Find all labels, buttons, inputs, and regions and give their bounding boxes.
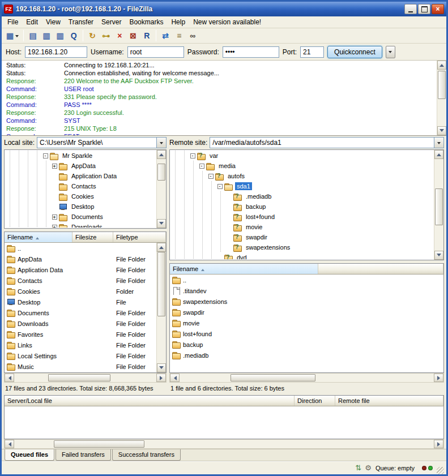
expand-toggle[interactable]: - [207, 171, 215, 181]
file-row-cookies[interactable]: CookiesFolder [5, 286, 156, 297]
tree-item-desktop[interactable]: Desktop [5, 201, 156, 212]
local-tree-scrollbar[interactable] [156, 150, 166, 228]
cancel-button[interactable]: × [113, 29, 126, 42]
tab-failed-transfers[interactable]: Failed transfers [56, 449, 111, 461]
scroll-left-button[interactable] [5, 440, 14, 448]
scroll-up-button[interactable] [437, 61, 446, 70]
tree-item-appdata[interactable]: +AppData [5, 161, 156, 171]
menu-help[interactable]: Help [167, 17, 189, 27]
tree-item-sda1[interactable]: -sda1 [170, 181, 434, 191]
file-row-mediadb[interactable]: .mediadb [170, 350, 443, 361]
scrollbar-track[interactable] [434, 159, 443, 251]
menu-edit[interactable]: Edit [22, 17, 42, 27]
synchronized-browsing-button[interactable]: ⇄ [159, 29, 172, 42]
tree-item-contacts[interactable]: Contacts [5, 181, 156, 191]
combo-dropdown-button[interactable] [156, 138, 166, 148]
local-list-scrollbar[interactable] [156, 243, 166, 372]
file-row-movie[interactable]: movie [170, 318, 443, 328]
scroll-left-button[interactable] [170, 374, 180, 382]
menu-file[interactable]: File [3, 17, 22, 27]
message-log-scrollbar[interactable] [437, 61, 446, 135]
disconnect-button[interactable]: ⊠ [127, 29, 139, 42]
scrollbar-track[interactable] [14, 374, 156, 382]
file-row-titandev[interactable]: .titandev [170, 285, 443, 296]
expand-toggle[interactable]: - [216, 181, 224, 191]
tree-item-swapextensions[interactable]: ?swapextensions [170, 242, 434, 252]
quickconnect-dropdown-button[interactable] [386, 46, 395, 58]
column-header-filetype[interactable]: Filetype [113, 232, 166, 242]
remote-tree-scrollbar[interactable] [434, 150, 443, 260]
scrollbar-thumb[interactable] [54, 440, 144, 448]
file-row-links[interactable]: LinksFile Folder [5, 340, 156, 350]
tree-item-autofs[interactable]: -?autofs [170, 171, 434, 181]
key-button[interactable]: ⊶ [100, 29, 112, 42]
tree-item-mr-sparkle[interactable]: -Mr Sparkle [5, 151, 156, 161]
tree-item-downloads[interactable]: +Downloads [5, 222, 156, 228]
expand-toggle[interactable]: + [50, 161, 58, 171]
scrollbar-track[interactable] [14, 440, 434, 448]
directory-comparison-button[interactable]: ≡ [173, 29, 185, 42]
file-row-desktop[interactable]: DesktopFile [5, 297, 156, 307]
scrollbar-thumb[interactable] [157, 164, 165, 181]
menu-bookmarks[interactable]: Bookmarks [125, 17, 167, 27]
file-row-item[interactable]: .. [5, 243, 156, 254]
expand-toggle[interactable]: - [189, 151, 197, 161]
title-bar[interactable]: FZ 192.168.1.20 - root@192.168.1.20 - Fi… [2, 2, 446, 16]
tab-queued-files[interactable]: Queued files [5, 449, 54, 461]
column-header-spacer[interactable] [318, 264, 443, 274]
menu-new-version-available[interactable]: New version available! [189, 17, 265, 27]
tab-successful-transfers[interactable]: Successful transfers [112, 449, 181, 461]
tree-item-var[interactable]: -?var [170, 151, 434, 161]
remote-site-combobox[interactable]: /var/media/autofs/sda1 [210, 137, 444, 148]
tree-item-lost-found[interactable]: ?lost+found [170, 212, 434, 222]
scrollbar-thumb[interactable] [438, 71, 446, 99]
column-header-server-local-file[interactable]: Server/Local file [5, 396, 295, 406]
expand-toggle[interactable]: + [50, 222, 58, 228]
refresh-button[interactable]: ↻ [86, 29, 99, 42]
file-row-appdata[interactable]: AppDataFile Folder [5, 254, 156, 264]
scroll-left-button[interactable] [5, 374, 14, 382]
toggle-queue-button[interactable]: Q [67, 29, 80, 42]
tree-item-dvd[interactable]: ?dvd [170, 252, 434, 259]
site-manager-button[interactable]: ▦ [5, 29, 20, 42]
scrollbar-track[interactable] [180, 374, 434, 382]
tree-item-cookies[interactable]: Cookies [5, 191, 156, 201]
host-input[interactable] [25, 46, 87, 58]
scroll-up-button[interactable] [157, 150, 166, 159]
file-row-documents[interactable]: DocumentsFile Folder [5, 307, 156, 318]
scrollbar-thumb[interactable] [435, 188, 443, 225]
scroll-down-button[interactable] [434, 251, 443, 260]
scrollbar-track[interactable] [157, 159, 166, 219]
file-row-backup[interactable]: backup [170, 339, 443, 350]
username-input[interactable] [127, 46, 184, 58]
scroll-down-button[interactable] [157, 219, 166, 228]
combo-dropdown-button[interactable] [434, 138, 443, 148]
file-row-downloads[interactable]: DownloadsFile Folder [5, 318, 156, 329]
file-row-contacts[interactable]: ContactsFile Folder [5, 275, 156, 286]
scroll-down-button[interactable] [157, 363, 166, 372]
column-header-remote-file[interactable]: Remote file [335, 396, 443, 406]
toggle-local-tree-button[interactable]: ▥ [40, 29, 53, 42]
expand-toggle[interactable]: + [50, 212, 58, 222]
tree-item-media[interactable]: -media [170, 161, 434, 171]
scroll-right-button[interactable] [434, 440, 443, 448]
column-header-filename[interactable]: Filename [5, 232, 72, 242]
resize-grip[interactable] [437, 467, 444, 474]
toggle-remote-tree-button[interactable]: ▥ [54, 29, 66, 42]
scroll-up-button[interactable] [157, 243, 166, 252]
transfer-queue[interactable] [4, 406, 444, 439]
reconnect-button[interactable]: R [140, 29, 153, 42]
scrollbar-thumb[interactable] [48, 374, 110, 381]
find-files-button[interactable]: ∞ [186, 29, 199, 42]
scroll-down-button[interactable] [437, 126, 446, 135]
scrollbar-thumb[interactable] [231, 374, 315, 381]
file-row-application-data[interactable]: Application DataFile Folder [5, 264, 156, 275]
scrollbar-thumb[interactable] [157, 252, 165, 316]
queue-hscrollbar[interactable] [4, 439, 444, 449]
quickconnect-button[interactable]: Quickconnect [327, 46, 382, 58]
file-row-music[interactable]: MusicFile Folder [5, 361, 156, 372]
column-header-filename[interactable]: Filename [170, 264, 318, 274]
minimize-button[interactable] [404, 4, 417, 14]
password-input[interactable] [223, 46, 279, 58]
file-row-favorites[interactable]: FavoritesFile Folder [5, 329, 156, 340]
